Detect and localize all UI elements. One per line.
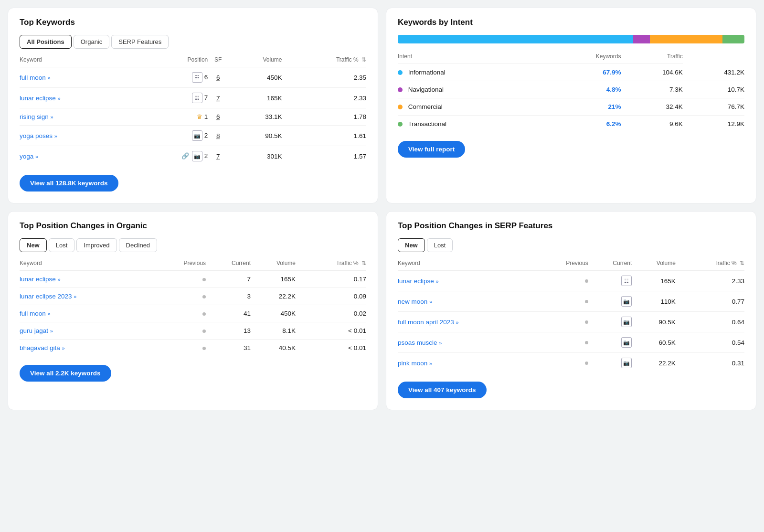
keyword-cell: lunar eclipse » — [20, 271, 153, 288]
keyword-link[interactable]: pink moon — [398, 360, 427, 367]
view-all-serp-button[interactable]: View all 407 keywords — [398, 382, 487, 398]
intent-cell: Transactional — [398, 116, 545, 133]
keyword-link[interactable]: rising sign — [20, 113, 49, 120]
current-cell: 31 — [206, 340, 251, 357]
col-traffic: Traffic — [621, 53, 682, 64]
keyword-link[interactable]: full moon — [20, 310, 46, 317]
keyword-link[interactable]: lunar eclipse 2023 — [20, 293, 72, 300]
keywords-count-cell: 9.6K — [621, 116, 682, 133]
keyword-link[interactable]: guru jagat — [20, 327, 48, 334]
volume-cell: 22.2K — [632, 353, 676, 373]
keyword-link[interactable]: new moon — [398, 298, 427, 305]
table-row: Informational 67.9% 104.6K 431.2K — [398, 64, 744, 81]
keywords-by-intent-card: Keywords by Intent Intent Keywords Traff… — [386, 8, 756, 203]
keyword-cell: lunar eclipse 2023 » — [20, 288, 153, 305]
top-position-organic-card: Top Position Changes in Organic New Lost… — [8, 211, 378, 410]
intent-bar-segment — [650, 35, 722, 43]
current-cell: ☷ — [588, 271, 632, 291]
position-cell: 📷 2 — [134, 126, 208, 146]
img-icon: 📷 — [621, 296, 632, 307]
col-volume-organic: Volume — [251, 260, 296, 271]
pct-cell: 4.8% — [545, 81, 621, 98]
tab-new-serp[interactable]: New — [398, 238, 425, 252]
table-row: Navigational 4.8% 7.3K 10.7K — [398, 81, 744, 98]
serp-tabs: New Lost — [398, 238, 744, 252]
tab-all-positions[interactable]: All Positions — [20, 35, 72, 49]
col-intent: Intent — [398, 53, 545, 64]
traffic-count-cell: 10.7K — [683, 81, 744, 98]
tab-organic[interactable]: Organic — [74, 35, 110, 49]
organic-filter-icon[interactable]: ⇅ — [361, 260, 366, 266]
current-cell: 41 — [206, 305, 251, 322]
intent-dot — [398, 105, 403, 109]
traffic-cell: 0.09 — [296, 288, 366, 305]
position-cell: 🔗 📷 2 — [134, 146, 208, 167]
keyword-link[interactable]: full moon — [20, 74, 46, 81]
keyword-cell: rising sign » — [20, 108, 134, 126]
tab-declined-organic[interactable]: Declined — [119, 238, 158, 252]
keyword-link[interactable]: bhagavad gita — [20, 344, 60, 351]
view-full-report-button[interactable]: View full report — [398, 141, 465, 158]
dot-prev-icon — [202, 347, 206, 350]
tab-lost-organic[interactable]: Lost — [49, 238, 75, 252]
tab-serp-features[interactable]: SERP Features — [111, 35, 169, 49]
crown-icon: ♛ — [197, 113, 202, 120]
chevron-right-icon: » — [439, 340, 442, 346]
traffic-cell: 2.33 — [282, 88, 366, 108]
col-keyword-organic: Keyword — [20, 260, 153, 271]
chevron-right-icon: » — [74, 294, 76, 299]
keywords-count-cell: 7.3K — [621, 81, 682, 98]
intent-label: Transactional — [408, 120, 447, 128]
col-current-organic: Current — [206, 260, 251, 271]
dot-prev-icon — [202, 295, 206, 298]
col-previous-organic: Previous — [153, 260, 206, 271]
keyword-link[interactable]: yoga — [20, 153, 33, 160]
keywords-by-intent-title: Keywords by Intent — [398, 18, 744, 27]
previous-cell — [153, 288, 206, 305]
tab-lost-serp[interactable]: Lost — [427, 238, 453, 252]
keyword-link[interactable]: lunar eclipse — [20, 95, 56, 102]
volume-cell: 40.5K — [251, 340, 296, 357]
keyword-link[interactable]: psoas muscle — [398, 339, 437, 346]
keyword-link[interactable]: lunar eclipse — [398, 277, 434, 285]
keyword-cell: full moon » — [20, 305, 153, 322]
keywords-count-cell: 32.4K — [621, 98, 682, 116]
doc-icon: ☷ — [192, 72, 202, 83]
traffic-filter-icon[interactable]: ⇅ — [361, 56, 366, 63]
traffic-cell: 0.64 — [676, 312, 744, 332]
keyword-link[interactable]: full moon april 2023 — [398, 319, 454, 326]
keyword-cell: lunar eclipse » — [20, 88, 134, 108]
keyword-link[interactable]: lunar eclipse — [20, 276, 56, 283]
intent-bar-segment — [633, 35, 650, 43]
keyword-cell: new moon » — [398, 291, 537, 312]
col-traffic-organic: Traffic % ⇅ — [296, 260, 366, 271]
table-row: yoga poses » 📷 2 8 90.5K 1.61 — [20, 126, 366, 146]
serp-filter-icon[interactable]: ⇅ — [740, 260, 744, 266]
keyword-cell: pink moon » — [398, 353, 537, 373]
img-icon: 📷 — [621, 337, 632, 348]
col-volume: Volume — [228, 56, 282, 67]
current-cell: 📷 — [588, 291, 632, 312]
top-keywords-tabs: All Positions Organic SERP Features — [20, 35, 366, 49]
view-all-organic-button[interactable]: View all 2.2K keywords — [20, 365, 111, 382]
sf-num: 6 — [216, 74, 220, 81]
top-position-serp-title: Top Position Changes in SERP Features — [398, 221, 744, 231]
intent-label: Informational — [408, 69, 446, 76]
volume-cell: 301K — [228, 146, 282, 167]
chevron-right-icon: » — [436, 278, 439, 284]
organic-tabs: New Lost Improved Declined — [20, 238, 366, 252]
keyword-cell: lunar eclipse » — [398, 271, 537, 291]
intent-dot — [398, 70, 403, 75]
table-row: new moon » 📷 110K 0.77 — [398, 291, 744, 312]
tab-improved-organic[interactable]: Improved — [76, 238, 117, 252]
volume-cell: 8.1K — [251, 322, 296, 340]
view-all-keywords-button[interactable]: View all 128.8K keywords — [20, 175, 118, 192]
keyword-link[interactable]: yoga poses — [20, 132, 53, 139]
img-icon: 📷 — [621, 358, 632, 368]
table-row: full moon april 2023 » 📷 90.5K 0.64 — [398, 312, 744, 332]
chevron-right-icon: » — [58, 96, 61, 101]
volume-cell: 33.1K — [228, 108, 282, 126]
tab-new-organic[interactable]: New — [20, 238, 47, 252]
col-previous-serp: Previous — [537, 260, 588, 271]
pct-cell: 6.2% — [545, 116, 621, 133]
